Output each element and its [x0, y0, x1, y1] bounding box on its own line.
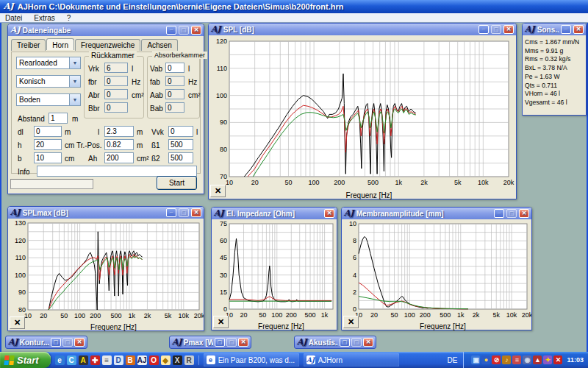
tab-achsen[interactable]: Achsen — [141, 39, 177, 51]
close-button[interactable] — [74, 338, 85, 347]
start-button[interactable]: Start — [157, 176, 197, 190]
menu-datei[interactable]: Datei — [5, 14, 22, 22]
chevron-down-icon[interactable] — [69, 94, 80, 105]
chevron-down-icon[interactable] — [69, 57, 80, 68]
impedanz-title: El. Impedanz [Ohm] — [226, 210, 322, 218]
akustik-minimized-window[interactable]: Akustis... — [294, 336, 376, 349]
aufstellung-select[interactable]: Boden — [16, 93, 81, 106]
mouse-icon[interactable]: ◉ — [523, 355, 531, 364]
close-button[interactable] — [191, 208, 201, 217]
recycle-icon[interactable]: R — [184, 355, 194, 365]
fbr-field[interactable] — [104, 76, 128, 86]
graph-icon[interactable]: ≡ — [512, 355, 521, 364]
internet-explorer-icon[interactable]: e — [55, 355, 65, 365]
dateneingabe-titlebar[interactable]: Dateneingabe — [8, 24, 204, 36]
ajhorn-icon[interactable]: AJ — [137, 355, 147, 365]
bab-field[interactable] — [165, 102, 184, 113]
beta2-field[interactable] — [168, 152, 193, 163]
skull-icon[interactable]: X — [173, 355, 182, 365]
tab-frequenzweiche[interactable]: Frequenzweiche — [75, 39, 140, 51]
maximize-button[interactable] — [506, 209, 517, 218]
minimize-button[interactable] — [478, 25, 489, 34]
notes-icon[interactable]: ≡ — [102, 355, 112, 365]
volume-icon[interactable]: ♪ — [502, 355, 511, 364]
hornload-select[interactable]: Rearloaded — [16, 57, 81, 69]
antivirus-icon[interactable]: ⊘ — [492, 355, 501, 364]
minimize-button[interactable] — [561, 25, 571, 34]
task-button-browser[interactable]: e Ein Paar B200, was d... — [204, 353, 299, 367]
dialog-tabs: Treiber Horn Frequenzweiche Achsen — [11, 39, 179, 51]
restore-button[interactable] — [215, 338, 225, 347]
close-plot-button[interactable] — [213, 316, 229, 328]
close-button[interactable] — [324, 209, 334, 218]
close-button[interactable] — [363, 338, 373, 347]
tab-horn[interactable]: Horn — [46, 38, 74, 50]
membran-titlebar[interactable]: Membranamplitude [mm] — [342, 208, 531, 219]
document-icon[interactable]: D — [114, 355, 123, 365]
beta1-field[interactable] — [168, 139, 193, 150]
restore-button[interactable] — [340, 338, 350, 347]
maximize-button[interactable] — [351, 338, 362, 347]
ah-field[interactable] — [104, 152, 134, 163]
minimize-button[interactable] — [166, 26, 176, 35]
abr-field[interactable] — [104, 89, 128, 99]
impedanz-titlebar[interactable]: El. Impedanz [Ohm] — [212, 208, 337, 219]
diamond-tool-icon[interactable]: ◆ — [161, 355, 171, 365]
close-button[interactable] — [191, 26, 201, 35]
red-cross-icon[interactable]: ✚ — [90, 355, 100, 365]
language-indicator[interactable]: DE — [442, 356, 464, 364]
l-field[interactable] — [104, 126, 134, 137]
winamp-icon[interactable]: A — [79, 355, 88, 365]
vab-field[interactable] — [165, 63, 184, 73]
vrk-label: Vrk — [88, 65, 99, 73]
splmax-titlebar[interactable]: SPLmax [dB] — [8, 207, 204, 219]
aab-field[interactable] — [165, 89, 184, 99]
tab-treiber[interactable]: Treiber — [11, 39, 46, 51]
kontur-minimized-window[interactable]: Kontur... — [5, 336, 87, 349]
close-plot-button[interactable] — [10, 316, 25, 329]
dl-field[interactable] — [34, 126, 62, 137]
menu-extras[interactable]: Extras — [34, 14, 54, 22]
maximize-button[interactable] — [179, 208, 189, 217]
task-button-ajhorn[interactable]: AJ AJHorn — [304, 353, 399, 367]
error-icon[interactable]: ✕ — [553, 355, 562, 364]
bbr-field[interactable] — [104, 102, 128, 113]
b-field[interactable] — [34, 152, 62, 163]
abstand-field[interactable] — [49, 113, 68, 124]
pmax-minimized-window[interactable]: Pmax [W] — [169, 336, 251, 349]
spl-titlebar[interactable]: SPL [dB] — [209, 24, 516, 35]
start-button-taskbar[interactable]: Start — [0, 352, 51, 368]
sonstiges-titlebar[interactable]: Sons.... — [523, 24, 586, 35]
trpos-field[interactable] — [104, 139, 134, 150]
browser-icon[interactable]: C — [67, 355, 76, 365]
menu-help[interactable]: ? — [67, 14, 71, 22]
minimize-button[interactable] — [494, 209, 504, 218]
minimize-button[interactable] — [166, 208, 176, 217]
opera-icon[interactable]: O — [149, 355, 159, 365]
maximize-button[interactable] — [226, 338, 237, 347]
close-button[interactable] — [573, 25, 584, 34]
main-titlebar[interactable]: AJHorn C:\Dokumente und Einstellungen\be… — [0, 0, 588, 13]
fab-field[interactable] — [165, 76, 184, 86]
close-plot-button[interactable] — [210, 185, 226, 197]
media-icon[interactable]: B — [126, 355, 135, 365]
vvk-field[interactable] — [168, 126, 193, 137]
restore-button[interactable] — [51, 338, 61, 347]
info-field[interactable] — [37, 166, 197, 177]
update-icon[interactable]: ● — [481, 355, 490, 364]
hornform-select[interactable]: Konisch — [16, 75, 81, 88]
close-plot-button[interactable] — [343, 316, 359, 328]
close-button[interactable] — [519, 209, 529, 218]
maximize-button[interactable] — [62, 338, 73, 347]
vrk-field[interactable] — [104, 63, 128, 73]
svg-text:2k: 2k — [144, 312, 151, 319]
close-button[interactable] — [238, 338, 248, 347]
network-icon[interactable]: ▣ — [471, 355, 480, 364]
maximize-button[interactable] — [491, 25, 501, 34]
h-field[interactable] — [34, 139, 62, 150]
alert-icon[interactable]: ▲ — [533, 355, 542, 364]
chevron-down-icon[interactable] — [69, 76, 80, 87]
messenger-icon[interactable]: ✦ — [543, 355, 552, 364]
maximize-button[interactable] — [179, 26, 189, 35]
close-button[interactable] — [503, 25, 514, 34]
